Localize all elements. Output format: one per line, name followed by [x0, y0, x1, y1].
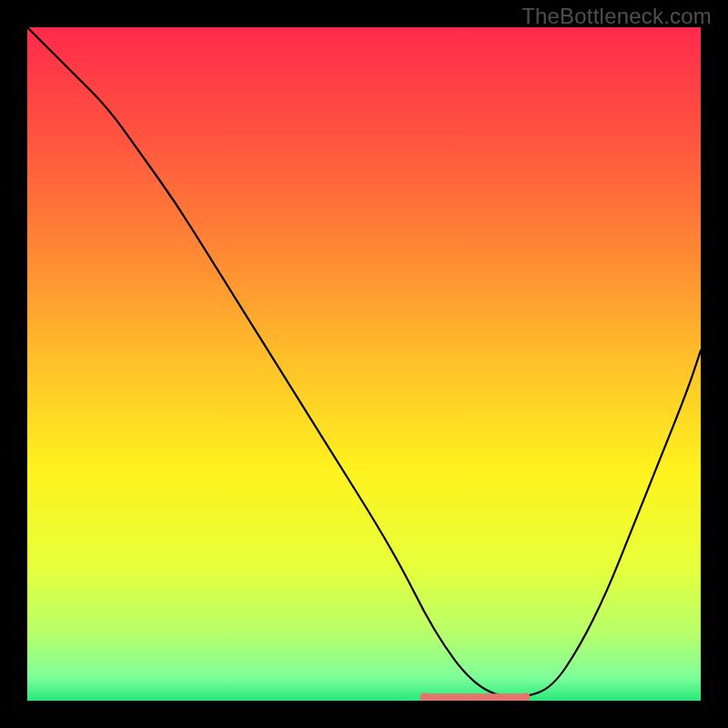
watermark-text: TheBottleneck.com — [521, 4, 712, 29]
plot-area — [27, 27, 701, 701]
optimal-range-bar — [425, 693, 526, 701]
bottleneck-chart — [27, 27, 701, 701]
chart-background — [27, 27, 701, 701]
chart-frame: TheBottleneck.com — [0, 0, 728, 728]
